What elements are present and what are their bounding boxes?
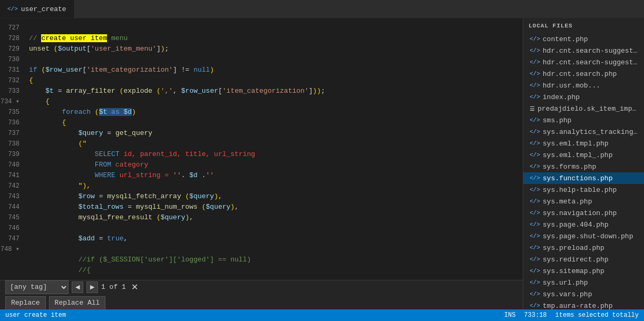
tag-select[interactable]: [any tag] (5, 280, 69, 294)
file-item[interactable]: </>hdr.cnt.search.php (523, 68, 644, 80)
code-line: foreach ($t as $d) (29, 107, 523, 118)
file-name: sys.analytics_tracking.php (543, 128, 640, 136)
file-type-icon: </> (530, 47, 540, 54)
file-type-icon: </> (530, 256, 540, 262)
active-tab[interactable]: </> user_create (0, 0, 74, 18)
file-name: hdr.cnt.search-suggestion__.php (543, 59, 640, 66)
file-type-icon: </> (530, 117, 540, 123)
file-type-icon: </> (530, 279, 540, 286)
next-match-button[interactable]: ▶ (86, 281, 98, 293)
file-type-icon: </> (530, 268, 540, 274)
code-line: { (29, 118, 523, 128)
file-type-icon: </> (530, 210, 540, 216)
file-item[interactable]: </>sys.redirect.php (523, 254, 644, 265)
file-name: sys.page.shut-down.php (543, 232, 633, 240)
editor-wrapper: 727 728 729 730 731 732 733 734 ▾ 735 73… (0, 18, 523, 280)
editor-panel: 727 728 729 730 731 732 733 734 ▾ 735 73… (0, 18, 523, 309)
code-line: if ($row_user['item_categorization'] != … (29, 65, 523, 75)
code-line: $total_rows = mysqli_num_rows ($query), (29, 202, 523, 212)
file-item[interactable]: </>sys.help-table.php (523, 184, 644, 196)
file-name: content.php (543, 35, 588, 43)
file-item[interactable]: </>sys.page.shut-down.php (523, 230, 644, 242)
status-bar: user create item INS 733:18 items select… (0, 309, 644, 321)
file-name: hdr.cnt.search-suggestion.php (543, 47, 640, 55)
file-name: sys.help-table.php (543, 186, 617, 194)
code-line: FROM category (29, 160, 523, 170)
file-type-icon: </> (530, 140, 540, 147)
code-line: //{ (29, 265, 523, 276)
code-line: unset ($output['user_item_menu']); (29, 44, 523, 54)
file-item[interactable]: </>sys.page.404.php (523, 219, 644, 230)
file-type-icon: </> (530, 245, 540, 251)
code-line: $add = true, (29, 234, 523, 244)
file-tree-panel: Local Files </>content.php</>hdr.cnt.sea… (523, 18, 644, 309)
close-find-button[interactable]: ✕ (129, 281, 141, 293)
replace-all-button[interactable]: Replace All (49, 296, 106, 310)
status-left: user create item (5, 312, 66, 319)
file-item[interactable]: </>content.php (523, 33, 644, 45)
file-item[interactable]: ☰predajdielo.sk_item_import_test_... (523, 103, 644, 114)
file-name: sys.sitemap.php (543, 267, 604, 275)
file-name: sys.preload.php (543, 244, 604, 252)
file-type-icon: </> (530, 303, 540, 309)
file-item[interactable]: </>sys.sitemap.php (523, 265, 644, 277)
file-tree-header: Local Files (523, 18, 644, 33)
file-item[interactable]: </>hdr.cnt.search-suggestion.php (523, 45, 644, 56)
match-count: 1 of 1 (101, 283, 126, 291)
code-area[interactable]: // create user item menu unset ($output[… (24, 18, 523, 276)
file-item[interactable]: </>sys.navigation.php (523, 207, 644, 219)
code-line: { (29, 75, 523, 86)
file-name: hdr.usr.mob... (543, 82, 600, 90)
file-type-icon: </> (530, 71, 540, 77)
file-item[interactable]: </>sys.vars.php (523, 288, 644, 300)
status-right: INS 733:18 items selected totally (504, 312, 639, 319)
file-type-icon: </> (530, 129, 540, 135)
file-item[interactable]: </>sys.eml.tmpl.php (523, 138, 644, 149)
file-type-icon: </> (530, 94, 540, 100)
php-file-icon: </> (7, 6, 18, 12)
file-type-icon: </> (530, 221, 540, 228)
file-type-icon: </> (530, 291, 540, 297)
file-type-icon: </> (530, 59, 540, 65)
file-item[interactable]: </>sys.functions.php (523, 172, 644, 184)
file-type-icon: </> (530, 163, 540, 170)
file-name: sys.redirect.php (543, 256, 609, 264)
file-type-icon: </> (530, 82, 540, 89)
bottom-tab-label: user create item (5, 312, 66, 319)
line-numbers: 727 728 729 730 731 732 733 734 ▾ 735 73… (0, 18, 24, 276)
code-line: // create user item menu (29, 33, 523, 44)
file-item[interactable]: </>hdr.cnt.search-suggestion__.php (523, 56, 644, 68)
code-line: //if ($_SESSION['user']['logged'] == nul… (29, 255, 523, 265)
file-item[interactable]: </>hdr.usr.mob... (523, 80, 644, 91)
prev-match-button[interactable]: ◀ (72, 281, 83, 293)
file-name: sms.php (543, 116, 572, 124)
tab-bar: </> user_create (0, 0, 644, 18)
insert-mode: INS (504, 312, 516, 319)
file-type-icon: </> (530, 152, 540, 158)
code-line: (" (29, 139, 523, 149)
file-item[interactable]: </>sys.forms.php (523, 161, 644, 172)
code-line: WHERE url_string = ''. $d .'' (29, 170, 523, 181)
file-list: </>content.php</>hdr.cnt.search-suggesti… (523, 33, 644, 309)
file-name: index.php (543, 93, 580, 101)
file-item[interactable]: </>sys.preload.php (523, 242, 644, 254)
file-item[interactable]: </>sys.eml.tmpl_.php (523, 149, 644, 161)
file-name: sys.forms.php (543, 163, 596, 171)
file-name: sys.eml.tmpl.php (543, 140, 609, 148)
replace-button[interactable]: Replace (5, 296, 46, 310)
file-item[interactable]: </>tmp.aura-rate.php (523, 300, 644, 309)
editor-content[interactable]: 727 728 729 730 731 732 733 734 ▾ 735 73… (0, 18, 523, 276)
code-line: { (29, 96, 523, 107)
code-line: "), (29, 181, 523, 191)
file-item[interactable]: </>sys.meta.php (523, 196, 644, 207)
code-line (29, 244, 523, 255)
file-type-icon: </> (530, 198, 540, 205)
file-item[interactable]: </>sys.analytics_tracking.php (523, 126, 644, 138)
file-item[interactable]: </>index.php (523, 91, 644, 103)
cursor-position: 733:18 (524, 312, 547, 319)
file-name: hdr.cnt.search.php (543, 70, 617, 78)
file-item[interactable]: </>sys.url.php (523, 277, 644, 288)
find-replace-wrap: [any tag] ◀ ▶ 1 of 1 ✕ Replace Replace A… (5, 280, 141, 310)
find-bar: [any tag] ◀ ▶ 1 of 1 ✕ Replace Replace A… (0, 280, 523, 309)
file-item[interactable]: </>sms.php (523, 114, 644, 126)
